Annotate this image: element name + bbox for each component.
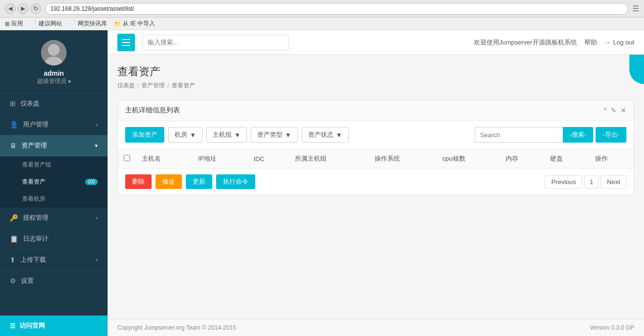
main-content: 欢迎使用Jumpserver开源跳板机系统 帮助 → Log out 查看资产 …: [108, 30, 644, 336]
page-content: 查看资产 仪表盘 / 资产管理 / 查看资产 主机详细信息列表 ^ ✎ ✕: [108, 55, 644, 319]
help-link[interactable]: 帮助: [584, 38, 597, 47]
avatar: [41, 40, 67, 65]
sidebar-navigation: ⊞ 仪表盘 👤 用户管理 › 🖥 资产管理 ▾ 查看资产组 查看资产 0/0: [0, 93, 108, 315]
execute-button[interactable]: 执行命令: [216, 174, 255, 189]
audit-icon: 📋: [10, 235, 18, 243]
search-input[interactable]: [475, 127, 563, 143]
hostgroup-dropdown[interactable]: 主机组 ▼: [206, 127, 247, 143]
sidebar-item-audit[interactable]: 📋 日志审计: [0, 229, 108, 250]
bookmark-ie[interactable]: 📁 从 IE 中导入: [114, 20, 155, 28]
idc-dropdown[interactable]: 机房 ▼: [168, 127, 202, 143]
action-bar: 删除 修改 更新 执行命令 Previous 1 Next: [118, 168, 634, 195]
export-button[interactable]: -导出-: [596, 127, 626, 143]
asset-status-dropdown-icon: ▼: [336, 131, 342, 139]
apps-icon: ⊞: [5, 21, 10, 27]
th-action: 操作: [589, 149, 634, 168]
sidebar: admin 超级管理员 ▾ ⊞ 仪表盘 👤 用户管理 › 🖥 资产管理 ▾: [0, 30, 108, 336]
bookmark-apps[interactable]: ⊞ 应用: [5, 20, 23, 28]
sidebar-item-asset-mgmt[interactable]: 🖥 资产管理 ▾: [0, 135, 108, 156]
asset-type-dropdown[interactable]: 资产类型 ▼: [251, 127, 298, 143]
global-search-input[interactable]: [142, 35, 289, 50]
settings-icon: ⚙: [10, 277, 16, 285]
assets-panel: 主机详细信息列表 ^ ✎ ✕ 添加资产 机房 ▼ 主机组: [117, 100, 634, 195]
back-button[interactable]: ◀: [5, 3, 16, 14]
browser-settings-icon[interactable]: ☰: [632, 4, 639, 13]
sidebar-item-settings[interactable]: ⚙ 设置: [0, 271, 108, 292]
sidebar-item-user-mgmt[interactable]: 👤 用户管理 ›: [0, 114, 108, 135]
bookmark-suggest[interactable]: 📄 建议网站: [30, 20, 62, 28]
sidebar-item-upload[interactable]: ⬆ 上传下载 ›: [0, 250, 108, 271]
update-button[interactable]: 更新: [186, 174, 212, 189]
top-bar: 欢迎使用Jumpserver开源跳板机系统 帮助 → Log out: [108, 30, 644, 55]
sidebar-item-label: 资产管理: [22, 141, 47, 150]
bookmark-quicklib[interactable]: 📄 网页快讯库: [69, 20, 107, 28]
welcome-text: 欢迎使用Jumpserver开源跳板机系统: [474, 38, 577, 47]
sidebar-item-label: 授权管理: [23, 213, 48, 222]
sidebar-visit-official[interactable]: ☰ 访问官网: [0, 315, 108, 336]
folder-icon: 📁: [114, 21, 121, 27]
refresh-button[interactable]: ↻: [30, 3, 41, 14]
sidebar-subitem-view-assets[interactable]: 查看资产 0/0: [0, 173, 108, 190]
sidebar-item-label: 仪表盘: [21, 99, 40, 108]
breadcrumb-item-asset-mgmt[interactable]: 资产管理: [141, 82, 165, 90]
assets-table: 主机名 IP地址 IDC 所属主机组 操作系统 cpu核数 内存 硬盘 操作: [118, 149, 634, 168]
th-hostgroup: 所属主机组: [289, 149, 368, 168]
delete-button[interactable]: 删除: [125, 174, 152, 189]
chevron-down-icon: ▾: [95, 143, 98, 149]
browser-nav-buttons: ◀ ▶ ↻: [5, 3, 41, 14]
panel-close-button[interactable]: ✕: [621, 106, 626, 114]
upload-icon: ⬆: [10, 256, 16, 264]
panel-edit-button[interactable]: ✎: [611, 106, 617, 114]
forward-button[interactable]: ▶: [18, 3, 28, 14]
th-ip: IP地址: [192, 149, 248, 168]
footer: Copyright Jumpserver.org Team © 2014-201…: [108, 319, 644, 336]
panel-collapse-button[interactable]: ^: [603, 106, 607, 114]
sidebar-item-label: 上传下载: [21, 255, 46, 264]
panel-title: 主机详细信息列表: [125, 106, 180, 115]
assets-table-container: 主机名 IP地址 IDC 所属主机组 操作系统 cpu核数 内存 硬盘 操作: [118, 149, 634, 168]
asset-icon: 🖥: [10, 142, 17, 149]
sidebar-item-dashboard[interactable]: ⊞ 仪表盘: [0, 93, 108, 114]
browser-chrome: ◀ ▶ ↻ ☰: [0, 0, 644, 18]
breadcrumb-item-current: 查看资产: [172, 82, 195, 90]
users-icon: 👤: [10, 121, 18, 128]
hamburger-button[interactable]: [117, 34, 135, 51]
svg-point-1: [48, 44, 60, 56]
search-box: -搜索- -导出-: [475, 127, 626, 143]
next-page-button[interactable]: Next: [600, 175, 626, 189]
th-disk: 硬盘: [544, 149, 589, 168]
idc-dropdown-icon: ▼: [190, 131, 196, 139]
sidebar-user-section: admin 超级管理员 ▾: [0, 30, 108, 93]
hamburger-line: [122, 42, 130, 43]
breadcrumb: 仪表盘 / 资产管理 / 查看资产: [117, 82, 634, 90]
chevron-right-icon3: ›: [96, 257, 98, 263]
edit-button[interactable]: 修改: [155, 174, 182, 189]
sidebar-item-label: 设置: [21, 276, 34, 285]
table-toolbar: 添加资产 机房 ▼ 主机组 ▼ 资产类型 ▼ 资产状态: [118, 121, 634, 149]
pagination: Previous 1 Next: [545, 175, 626, 189]
url-bar[interactable]: [45, 3, 628, 15]
logout-button[interactable]: → Log out: [604, 39, 634, 46]
sidebar-item-label: 用户管理: [23, 120, 48, 129]
add-asset-button[interactable]: 添加资产: [125, 127, 164, 143]
previous-page-button[interactable]: Previous: [545, 175, 582, 189]
asset-status-dropdown[interactable]: 资产状态 ▼: [302, 127, 349, 143]
panel-header: 主机详细信息列表 ^ ✎ ✕: [118, 100, 634, 121]
th-hostname: 主机名: [136, 149, 192, 168]
sidebar-subitem-view-idc[interactable]: 查看机房: [0, 190, 108, 208]
hostgroup-dropdown-icon: ▼: [234, 131, 241, 139]
bookmark-icon2: 📄: [69, 21, 76, 27]
breadcrumb-item-dashboard[interactable]: 仪表盘: [117, 82, 135, 90]
sidebar-role[interactable]: 超级管理员 ▾: [37, 77, 71, 85]
sidebar-subitem-asset-group[interactable]: 查看资产组: [0, 156, 108, 173]
th-cpu: cpu核数: [437, 149, 500, 168]
th-os: 操作系统: [369, 149, 437, 168]
search-button[interactable]: -搜索-: [563, 127, 594, 143]
th-checkbox: [118, 149, 136, 168]
select-all-checkbox[interactable]: [124, 155, 130, 161]
auth-icon: 🔑: [10, 214, 18, 222]
bookmark-icon: 📄: [30, 21, 37, 27]
breadcrumb-sep: /: [137, 83, 139, 89]
sidebar-item-auth-mgmt[interactable]: 🔑 授权管理 ›: [0, 208, 108, 229]
asset-count-badge: 0/0: [85, 179, 98, 185]
